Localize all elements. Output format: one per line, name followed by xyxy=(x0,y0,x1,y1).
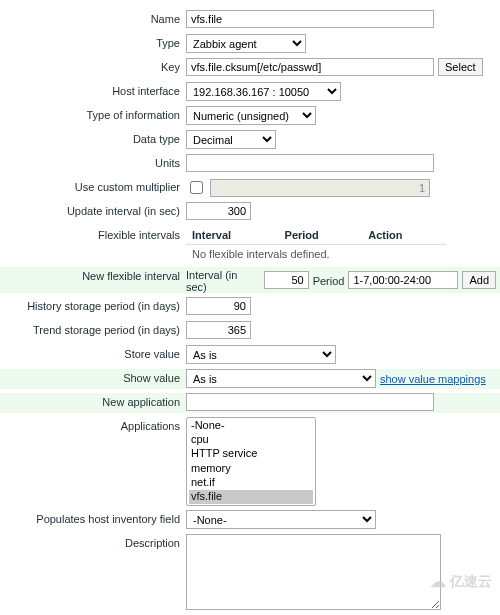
update-interval-label: Update interval (in sec) xyxy=(0,202,186,217)
info-type-select[interactable]: Numeric (unsigned) xyxy=(186,106,316,125)
watermark-text: 亿速云 xyxy=(450,573,492,591)
new-flex-interval-input[interactable] xyxy=(264,271,309,289)
cloud-icon: ☁ xyxy=(430,572,446,591)
inventory-select[interactable]: -None- xyxy=(186,510,376,529)
th-interval: Interval xyxy=(186,226,279,245)
flex-intervals-label: Flexible intervals xyxy=(0,226,186,241)
watermark: ☁ 亿速云 xyxy=(430,572,492,591)
description-label: Description xyxy=(0,534,186,549)
info-type-label: Type of information xyxy=(0,106,186,121)
applications-label: Applications xyxy=(0,417,186,432)
multiplier-label: Use custom multiplier xyxy=(0,178,186,193)
description-textarea[interactable] xyxy=(186,534,441,610)
show-value-mappings-link[interactable]: show value mappings xyxy=(380,373,486,385)
show-value-select[interactable]: As is xyxy=(186,369,376,388)
data-type-label: Data type xyxy=(0,130,186,145)
multiplier-checkbox[interactable] xyxy=(190,181,203,194)
multiplier-input xyxy=(210,179,430,197)
inventory-label: Populates host inventory field xyxy=(0,510,186,525)
data-type-select[interactable]: Decimal xyxy=(186,130,276,149)
new-flex-period-label: Period xyxy=(313,273,345,287)
history-label: History storage period (in days) xyxy=(0,297,186,312)
applications-listbox[interactable]: -None- cpu HTTP service memory net.if vf… xyxy=(186,417,316,506)
new-flex-label: New flexible interval xyxy=(0,267,186,282)
th-period: Period xyxy=(279,226,363,245)
units-input[interactable] xyxy=(186,154,434,172)
name-label: Name xyxy=(0,10,186,25)
key-label: Key xyxy=(0,58,186,73)
new-flex-interval-label: Interval (in sec) xyxy=(186,267,260,293)
store-value-label: Store value xyxy=(0,345,186,360)
flex-intervals-table: Interval Period Action No flexible inter… xyxy=(186,226,446,263)
type-select[interactable]: Zabbix agent xyxy=(186,34,306,53)
units-label: Units xyxy=(0,154,186,169)
name-input[interactable] xyxy=(186,10,434,28)
new-flex-period-input[interactable] xyxy=(348,271,458,289)
new-app-label: New application xyxy=(0,393,186,408)
flex-empty-msg: No flexible intervals defined. xyxy=(186,245,446,264)
th-action: Action xyxy=(362,226,446,245)
trend-input[interactable] xyxy=(186,321,251,339)
select-button[interactable]: Select xyxy=(438,58,483,76)
show-value-label: Show value xyxy=(0,369,186,384)
trend-label: Trend storage period (in days) xyxy=(0,321,186,336)
host-interface-label: Host interface xyxy=(0,82,186,97)
host-interface-select[interactable]: 192.168.36.167 : 10050 xyxy=(186,82,341,101)
type-label: Type xyxy=(0,34,186,49)
update-interval-input[interactable] xyxy=(186,202,251,220)
add-flex-button[interactable]: Add xyxy=(462,271,496,289)
history-input[interactable] xyxy=(186,297,251,315)
new-app-input[interactable] xyxy=(186,393,434,411)
store-value-select[interactable]: As is xyxy=(186,345,336,364)
key-input[interactable] xyxy=(186,58,434,76)
